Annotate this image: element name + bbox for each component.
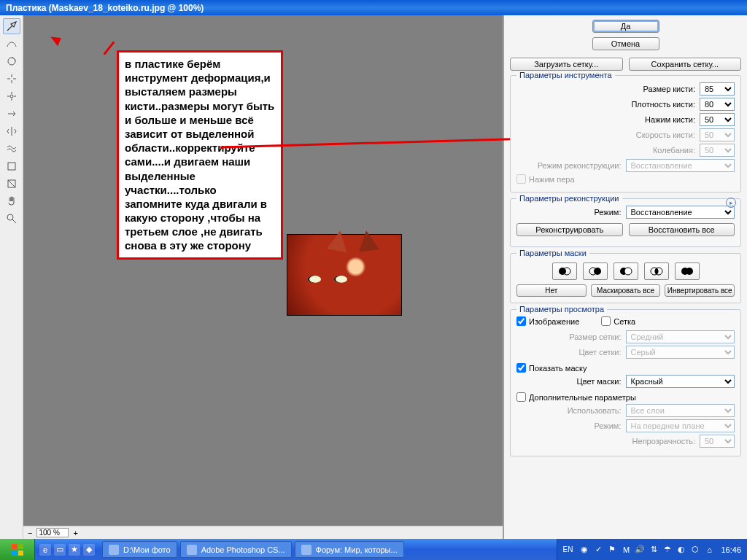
pucker-tool[interactable] (3, 71, 20, 87)
annotation-text: в пластике берём инструмент деформация,и… (125, 58, 274, 252)
group-title-view: Параметры просмотра (516, 305, 607, 314)
cancel-button[interactable]: Отмена (592, 37, 659, 50)
tray-av-icon[interactable]: ☂ (662, 545, 673, 555)
turbulence-tool[interactable] (3, 141, 20, 157)
mask-none-button[interactable]: Нет (516, 284, 587, 297)
save-mesh-button[interactable]: Сохранить сетку... (629, 58, 742, 71)
restore-all-button[interactable]: Восстановить все (629, 223, 735, 236)
ql-desktop-icon[interactable]: ▭ (54, 544, 66, 556)
brush-density-select[interactable]: 80 (700, 98, 735, 111)
ok-button[interactable]: Да (592, 20, 659, 33)
reconstruct-tool[interactable] (3, 36, 20, 52)
tray-icon-6[interactable]: ⬡ (690, 545, 700, 555)
tray-icon-5[interactable]: ◐ (676, 545, 686, 555)
browser-icon (301, 545, 311, 555)
ps-icon (187, 545, 197, 555)
taskbar-item-0[interactable]: D:\Мои фото (102, 541, 177, 558)
svg-rect-2 (8, 163, 15, 170)
tray-icon-3[interactable]: ⚑ (607, 545, 617, 555)
tool-options-group: Параметры инструмента Размер кисти:85 Пл… (510, 75, 741, 192)
right-panel: Да Отмена Загрузить сетку... Сохранить с… (503, 15, 747, 539)
tool-strip (0, 15, 23, 539)
image-checkbox[interactable] (516, 316, 526, 326)
brush-pressure-label: Нажим кисти: (516, 115, 700, 124)
mask-options-group: Параметры маски Нет Маскировать все Инве… (510, 253, 741, 303)
thaw-mask-tool[interactable] (3, 176, 20, 192)
recon-flyout-icon[interactable]: ▸ (726, 198, 736, 208)
svg-rect-20 (12, 551, 17, 556)
ql-app-icon[interactable]: ★ (69, 544, 80, 556)
push-left-tool[interactable] (3, 106, 20, 122)
svg-line-6 (12, 219, 16, 223)
forward-warp-tool[interactable] (3, 18, 20, 34)
svg-point-10 (594, 268, 601, 275)
svg-point-7 (559, 268, 566, 275)
mask-replace-icon[interactable] (552, 262, 577, 280)
svg-point-15 (654, 268, 657, 274)
taskbar-item-1-label: Adobe Photoshop CS... (201, 545, 285, 554)
zoom-out-icon[interactable]: − (28, 529, 32, 537)
mask-invert-button[interactable]: Инвертировать все (665, 284, 735, 297)
bloat-tool[interactable] (3, 88, 20, 104)
tray-volume-icon[interactable]: 🔊 (635, 545, 645, 555)
language-indicator[interactable]: EN (563, 545, 573, 553)
svg-point-17 (686, 268, 693, 275)
annotation-arrowhead-1 (48, 34, 61, 46)
ql-app2-icon[interactable]: ◆ (83, 544, 95, 556)
mesh-size-label: Размер сетки: (516, 332, 626, 341)
brush-density-label: Плотность кисти: (516, 100, 700, 109)
svg-point-5 (7, 214, 13, 220)
mode-label: Режим: (516, 208, 626, 217)
zoom-in-icon[interactable]: + (73, 529, 77, 537)
hand-tool[interactable] (3, 193, 20, 209)
clock[interactable]: 16:46 (721, 545, 741, 554)
turbulence-select: 50 (700, 144, 735, 157)
pen-pressure-checkbox (516, 174, 526, 184)
additional-label: Дополнительные параметры (529, 393, 636, 402)
zoom-tool[interactable] (3, 211, 20, 227)
mesh-label: Сетка (614, 317, 635, 326)
pen-pressure-label: Нажим пера (529, 175, 575, 184)
liquify-dialog: в пластике берём инструмент деформация,и… (0, 15, 747, 539)
mesh-color-select: Серый (626, 346, 735, 359)
tray-icon-4[interactable]: M (621, 545, 631, 555)
brush-rate-select: 50 (700, 128, 735, 141)
mask-color-select[interactable]: Красный (626, 375, 735, 388)
tray-icon-2[interactable]: ✓ (593, 545, 603, 555)
taskbar-item-1[interactable]: Adobe Photoshop CS... (180, 541, 292, 558)
svg-point-1 (10, 95, 13, 98)
preview-canvas[interactable]: в пластике берём инструмент деформация,и… (23, 15, 503, 539)
mask-intersect-icon[interactable] (644, 262, 669, 280)
show-mask-checkbox[interactable] (516, 363, 526, 373)
mesh-checkbox[interactable] (601, 316, 611, 326)
svg-rect-18 (12, 544, 17, 549)
tray-network-icon[interactable]: ⇅ (649, 545, 659, 555)
reconstruct-button[interactable]: Реконструировать (516, 223, 623, 236)
zoom-field[interactable] (36, 528, 69, 537)
mask-add-icon[interactable] (583, 262, 608, 280)
twirl-cw-tool[interactable] (3, 53, 20, 69)
mask-all-button[interactable]: Маскировать все (591, 284, 661, 297)
additional-checkbox[interactable] (516, 392, 526, 402)
start-button[interactable] (0, 539, 35, 560)
tray-icon-1[interactable]: ◉ (579, 545, 589, 555)
mirror-tool[interactable] (3, 123, 20, 139)
group-title-recon: Параметры реконструкции (516, 194, 622, 203)
ql-ie-icon[interactable]: e (39, 544, 51, 556)
tray-icon-7[interactable]: ⌂ (704, 545, 714, 555)
annotation-box: в пластике берём инструмент деформация,и… (117, 50, 283, 260)
mask-invert-icon[interactable] (675, 262, 700, 280)
taskbar-item-2-label: Форум: Мир, которы... (316, 545, 398, 554)
brush-size-select[interactable]: 85 (700, 82, 735, 96)
load-mesh-button[interactable]: Загрузить сетку... (510, 58, 623, 71)
brush-pressure-select[interactable]: 50 (700, 113, 735, 126)
mode-select[interactable]: Восстановление (626, 206, 735, 219)
svg-line-4 (8, 180, 15, 187)
use-label: Использовать: (516, 406, 626, 415)
svg-rect-19 (18, 544, 23, 549)
freeze-mask-tool[interactable] (3, 158, 20, 174)
annotation-arrow-1 (104, 41, 115, 55)
taskbar-item-2[interactable]: Форум: Мир, которы... (295, 541, 404, 558)
mesh-size-select: Средний (626, 330, 735, 343)
mask-subtract-icon[interactable] (614, 262, 638, 280)
